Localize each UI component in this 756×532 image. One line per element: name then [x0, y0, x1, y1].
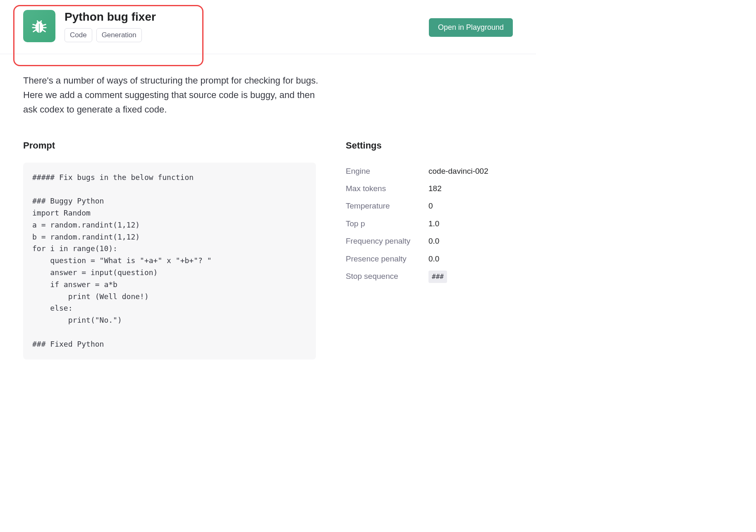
settings-label: Temperature — [346, 200, 428, 212]
svg-line-3 — [41, 21, 41, 22]
columns: Prompt ##### Fix bugs in the below funct… — [23, 140, 513, 359]
page-title: Python bug fixer — [65, 10, 156, 24]
settings-row-presence-penalty: Presence penalty 0.0 — [346, 250, 513, 268]
settings-row-temperature: Temperature 0 — [346, 197, 513, 215]
settings-column: Settings Engine code-davinci-002 Max tok… — [346, 140, 513, 359]
settings-row-stop-sequence: Stop sequence ### — [346, 268, 513, 285]
settings-label: Top p — [346, 218, 428, 230]
settings-label: Frequency penalty — [346, 235, 428, 247]
header-row: Python bug fixer Code Generation Open in… — [23, 10, 513, 42]
svg-line-4 — [33, 24, 36, 25]
body-area: There's a number of ways of structuring … — [0, 54, 536, 359]
settings-label: Presence penalty — [346, 253, 428, 265]
prompt-column: Prompt ##### Fix bugs in the below funct… — [23, 140, 316, 359]
settings-value: 0.0 — [428, 235, 439, 247]
settings-label: Engine — [346, 165, 428, 177]
settings-table: Engine code-davinci-002 Max tokens 182 T… — [346, 163, 513, 285]
svg-line-2 — [37, 21, 38, 22]
svg-line-9 — [43, 30, 45, 32]
settings-value: 0 — [428, 200, 433, 212]
settings-row-frequency-penalty: Frequency penalty 0.0 — [346, 232, 513, 250]
stop-sequence-chip: ### — [428, 271, 447, 283]
description-text: There's a number of ways of structuring … — [23, 73, 321, 117]
settings-row-engine: Engine code-davinci-002 — [346, 163, 513, 180]
svg-line-5 — [43, 24, 46, 25]
prompt-heading: Prompt — [23, 140, 316, 151]
settings-value: ### — [428, 270, 447, 283]
settings-row-max-tokens: Max tokens 182 — [346, 180, 513, 197]
settings-value: 1.0 — [428, 218, 439, 230]
prompt-box: ##### Fix bugs in the below function ###… — [23, 163, 316, 359]
page-container: Python bug fixer Code Generation Open in… — [0, 0, 536, 375]
title-text-group: Python bug fixer Code Generation — [65, 10, 156, 42]
settings-value: 0.0 — [428, 253, 439, 265]
settings-value: 182 — [428, 182, 442, 195]
settings-row-top-p: Top p 1.0 — [346, 215, 513, 232]
settings-heading: Settings — [346, 140, 513, 151]
tag-row: Code Generation — [65, 28, 156, 42]
settings-label: Stop sequence — [346, 270, 428, 283]
tag-generation[interactable]: Generation — [96, 28, 142, 42]
open-in-playground-button[interactable]: Open in Playground — [429, 18, 513, 37]
title-group: Python bug fixer Code Generation — [23, 10, 156, 42]
settings-value: code-davinci-002 — [428, 165, 488, 177]
header-area: Python bug fixer Code Generation Open in… — [0, 0, 536, 54]
settings-label: Max tokens — [346, 182, 428, 195]
tag-code[interactable]: Code — [65, 28, 92, 42]
content-wrapper: Python bug fixer Code Generation Open in… — [0, 0, 536, 375]
svg-line-8 — [33, 30, 36, 32]
bug-icon — [23, 10, 55, 42]
